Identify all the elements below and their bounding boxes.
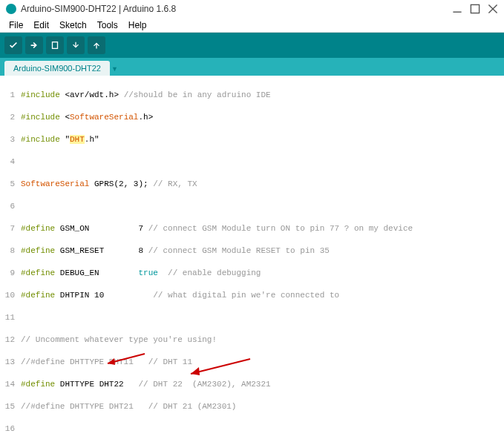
new-button[interactable] — [46, 36, 64, 54]
tab-sketch[interactable]: Arduino-SIM900-DHT22 — [4, 61, 110, 76]
menubar: File Edit Sketch Tools Help — [0, 18, 504, 33]
verify-button[interactable] — [4, 36, 22, 54]
svg-marker-8 — [191, 367, 200, 375]
svg-rect-4 — [53, 42, 58, 49]
close-button[interactable] — [488, 4, 498, 14]
titlebar: Arduino-SIM900-DHT22 | Arduino 1.6.8 — [0, 0, 504, 18]
tab-dropdown-icon[interactable]: ▼ — [111, 65, 118, 76]
save-button[interactable] — [88, 36, 105, 54]
code-editor[interactable]: 1#include <avr/wdt.h> //should be in any… — [0, 76, 504, 445]
open-button[interactable] — [67, 36, 85, 54]
minimize-button[interactable] — [452, 4, 462, 14]
menu-tools[interactable]: Tools — [93, 19, 122, 32]
menu-file[interactable]: File — [4, 19, 27, 32]
window-title: Arduino-SIM900-DHT22 | Arduino 1.6.8 — [21, 4, 176, 14]
app-logo-icon — [6, 4, 16, 14]
menu-help[interactable]: Help — [124, 19, 151, 32]
menu-sketch[interactable]: Sketch — [55, 19, 91, 32]
tabstrip: Arduino-SIM900-DHT22 ▼ — [0, 58, 504, 76]
maximize-button[interactable] — [470, 4, 480, 14]
upload-button[interactable] — [25, 36, 43, 54]
menu-edit[interactable]: Edit — [29, 19, 53, 32]
toolbar — [0, 33, 504, 58]
svg-rect-1 — [471, 4, 479, 13]
